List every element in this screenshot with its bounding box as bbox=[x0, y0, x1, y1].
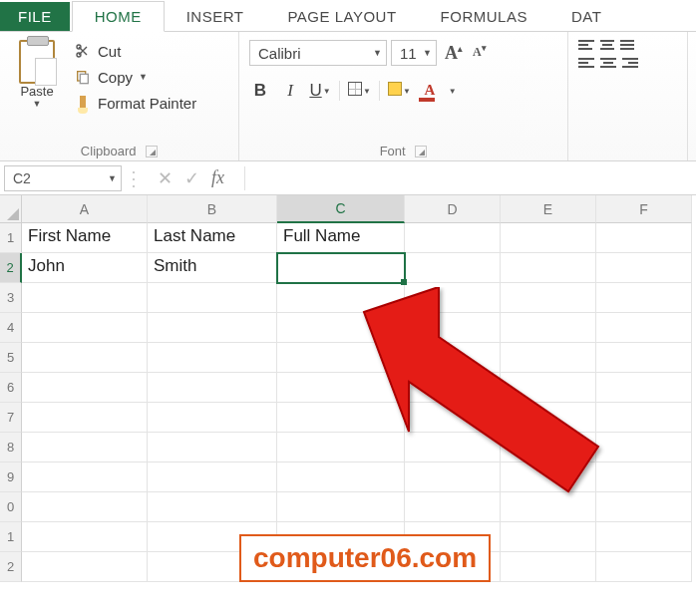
row-header[interactable]: 3 bbox=[0, 283, 22, 313]
cell[interactable] bbox=[596, 403, 692, 433]
cell[interactable] bbox=[501, 343, 596, 373]
cell[interactable] bbox=[148, 313, 277, 343]
cell[interactable] bbox=[596, 223, 692, 253]
font-color-button[interactable]: A bbox=[419, 80, 441, 102]
tab-home[interactable]: HOME bbox=[72, 1, 165, 32]
cell[interactable] bbox=[148, 433, 277, 462]
insert-function-button[interactable]: fx bbox=[211, 167, 224, 188]
cell[interactable] bbox=[277, 403, 405, 433]
cell[interactable] bbox=[501, 433, 596, 462]
cell[interactable] bbox=[501, 522, 596, 552]
cell[interactable] bbox=[596, 313, 692, 343]
col-header[interactable]: D bbox=[405, 195, 501, 223]
cell[interactable] bbox=[501, 313, 596, 343]
align-bottom-button[interactable] bbox=[620, 40, 634, 50]
cell[interactable] bbox=[501, 462, 596, 492]
cut-button[interactable]: Cut bbox=[70, 40, 200, 62]
cell[interactable] bbox=[501, 253, 596, 283]
underline-button[interactable]: U▼ bbox=[309, 81, 331, 101]
cell[interactable] bbox=[22, 522, 148, 552]
align-left-button[interactable] bbox=[578, 58, 594, 68]
row-header[interactable]: 7 bbox=[0, 403, 22, 433]
font-size-combo[interactable]: 11 ▼ bbox=[391, 40, 437, 66]
cell[interactable]: Last Name bbox=[148, 223, 277, 253]
cell[interactable] bbox=[22, 552, 148, 582]
cell[interactable] bbox=[277, 373, 405, 403]
cell[interactable] bbox=[405, 373, 501, 403]
cell[interactable] bbox=[596, 462, 692, 492]
font-name-combo[interactable]: Calibri ▼ bbox=[249, 40, 387, 66]
align-middle-button[interactable] bbox=[600, 40, 614, 50]
cell[interactable] bbox=[596, 343, 692, 373]
cell[interactable]: First Name bbox=[22, 223, 148, 253]
cell[interactable] bbox=[22, 403, 148, 433]
select-all-corner[interactable] bbox=[0, 195, 22, 223]
cell[interactable] bbox=[405, 283, 501, 313]
drag-handle[interactable]: ⋮ bbox=[122, 166, 144, 190]
cell[interactable] bbox=[405, 313, 501, 343]
paste-button[interactable]: Paste ▼ bbox=[10, 36, 64, 142]
cell[interactable] bbox=[405, 343, 501, 373]
cell[interactable] bbox=[596, 522, 692, 552]
cell[interactable] bbox=[501, 552, 596, 582]
cell[interactable] bbox=[277, 313, 405, 343]
cell[interactable]: John bbox=[22, 253, 148, 283]
tab-file[interactable]: FILE bbox=[0, 2, 70, 31]
col-header[interactable]: F bbox=[596, 195, 692, 223]
cell[interactable] bbox=[148, 373, 277, 403]
cell[interactable] bbox=[277, 343, 405, 373]
row-header[interactable]: 4 bbox=[0, 313, 22, 343]
tab-insert[interactable]: INSERT bbox=[165, 2, 266, 31]
chevron-down-icon[interactable]: ▼ bbox=[449, 87, 457, 96]
decrease-font-button[interactable]: A▾ bbox=[469, 41, 491, 66]
cell[interactable] bbox=[22, 343, 148, 373]
bold-button[interactable]: B bbox=[249, 81, 271, 101]
cell[interactable] bbox=[22, 462, 148, 492]
col-header[interactable]: A bbox=[22, 195, 148, 223]
col-header[interactable]: C bbox=[277, 195, 405, 223]
row-header[interactable]: 2 bbox=[0, 253, 22, 283]
cell[interactable] bbox=[501, 373, 596, 403]
cell[interactable] bbox=[405, 253, 501, 283]
row-header[interactable]: 0 bbox=[0, 492, 22, 522]
cell[interactable] bbox=[405, 433, 501, 462]
align-right-button[interactable] bbox=[622, 58, 638, 68]
cell[interactable]: Full Name bbox=[277, 223, 405, 253]
row-header[interactable]: 9 bbox=[0, 462, 22, 492]
font-dialog-launcher[interactable] bbox=[415, 146, 427, 157]
row-header[interactable]: 8 bbox=[0, 433, 22, 462]
cell[interactable] bbox=[596, 433, 692, 462]
cell[interactable] bbox=[148, 283, 277, 313]
cell[interactable] bbox=[22, 283, 148, 313]
row-header[interactable]: 5 bbox=[0, 343, 22, 373]
cell[interactable] bbox=[277, 433, 405, 462]
col-header[interactable]: B bbox=[148, 195, 277, 223]
cell[interactable] bbox=[596, 253, 692, 283]
cell[interactable] bbox=[501, 403, 596, 433]
cell[interactable] bbox=[405, 462, 501, 492]
cell[interactable] bbox=[277, 492, 405, 522]
copy-button[interactable]: Copy ▼ bbox=[70, 66, 200, 88]
cell[interactable] bbox=[277, 462, 405, 492]
cell[interactable] bbox=[22, 492, 148, 522]
accept-formula-button[interactable]: ✓ bbox=[184, 167, 199, 189]
increase-font-button[interactable]: A▴ bbox=[441, 41, 467, 66]
cell[interactable] bbox=[277, 283, 405, 313]
align-center-button[interactable] bbox=[600, 58, 616, 68]
row-header[interactable]: 2 bbox=[0, 552, 22, 582]
cancel-formula-button[interactable]: ✕ bbox=[158, 167, 173, 189]
borders-button[interactable]: ▼ bbox=[348, 81, 371, 101]
tab-data[interactable]: DAT bbox=[549, 2, 623, 31]
clipboard-dialog-launcher[interactable] bbox=[146, 146, 158, 157]
cell[interactable] bbox=[405, 223, 501, 253]
align-top-button[interactable] bbox=[578, 40, 594, 50]
cell[interactable] bbox=[501, 223, 596, 253]
worksheet-grid[interactable]: 1 2 3 4 5 6 7 8 9 0 1 2 A B C D E F Firs… bbox=[0, 195, 696, 582]
cell[interactable] bbox=[501, 283, 596, 313]
cell[interactable] bbox=[148, 492, 277, 522]
tab-page-layout[interactable]: PAGE LAYOUT bbox=[265, 2, 418, 31]
cell[interactable] bbox=[22, 373, 148, 403]
tab-formulas[interactable]: FORMULAS bbox=[419, 2, 549, 31]
fill-color-button[interactable]: ▼ bbox=[388, 81, 411, 101]
cell[interactable] bbox=[148, 462, 277, 492]
